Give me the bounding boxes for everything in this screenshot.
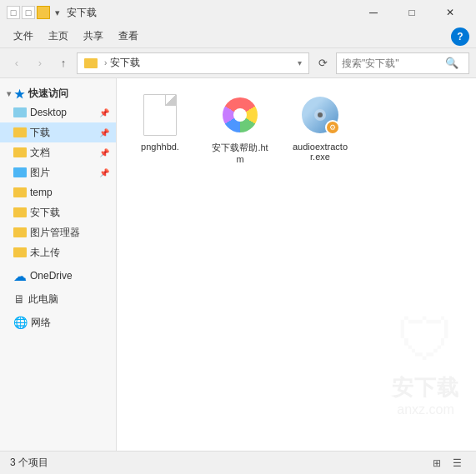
breadcrumb-folder-icon	[84, 58, 98, 68]
refresh-button[interactable]: ⟳	[313, 53, 333, 73]
pin-icon-downloads: 📌	[99, 128, 109, 137]
sidebar-item-temp[interactable]: temp	[0, 182, 116, 202]
colorwheel-inner	[233, 108, 247, 122]
file-icon-htm	[220, 92, 260, 138]
sidebar-item-pictures[interactable]: 图片 📌	[0, 162, 116, 182]
file-label-exe: audioextractor.exe	[290, 142, 350, 162]
view-buttons: ⊞ ☰	[428, 454, 466, 472]
downloads-folder-icon	[13, 127, 27, 137]
temp-folder-icon	[13, 187, 27, 197]
sidebar-item-desktop[interactable]: Desktop 📌	[0, 102, 116, 122]
file-item-htm[interactable]: 安下载帮助.htm	[207, 88, 273, 167]
sidebar-item-onedrive[interactable]: ☁ OneDrive	[0, 266, 116, 286]
maximize-button[interactable]: □	[393, 0, 431, 25]
sidebar-item-temp-label: temp	[30, 187, 53, 198]
sidebar-item-desktop-label: Desktop	[30, 107, 67, 118]
star-icon: ★	[14, 87, 25, 101]
file-label-pnghhbd: pnghhbd.	[141, 142, 179, 152]
menu-share[interactable]: 共享	[77, 26, 110, 47]
sidebar-item-downloads[interactable]: 下载 📌	[0, 122, 116, 142]
quick-access-label: 快速访问	[28, 87, 68, 101]
sidebar-item-anxz[interactable]: 安下载	[0, 202, 116, 222]
documents-folder-icon	[13, 147, 27, 157]
watermark-icon: 🛡	[397, 307, 455, 373]
breadcrumb-current: 安下载	[110, 56, 140, 70]
search-bar: 🔍	[336, 52, 469, 74]
picmgr-folder-icon	[13, 227, 27, 237]
file-item-exe[interactable]: ⚙ audioextractor.exe	[287, 88, 353, 165]
search-input[interactable]	[342, 57, 442, 69]
title-bar-left: □ □ ▾ 安下载	[7, 6, 97, 20]
onedrive-icon: ☁	[13, 268, 27, 284]
exe-icon-wrapper: ⚙	[300, 92, 340, 138]
sidebar-item-this-pc[interactable]: 🖥 此电脑	[0, 289, 116, 309]
main-layout: ▾ ★ 快速访问 Desktop 📌 下载 📌 文档 📌 图片	[0, 78, 476, 451]
window-controls: ─ □ ✕	[354, 0, 469, 25]
sidebar-item-network[interactable]: 🌐 网络	[0, 312, 116, 332]
upload-folder-icon	[13, 247, 27, 257]
sidebar-item-picmgr-label: 图片管理器	[30, 226, 80, 240]
minimize-button[interactable]: ─	[354, 0, 393, 25]
sidebar-item-picmgr[interactable]: 图片管理器	[0, 222, 116, 242]
quick-access-section: ▾ ★ 快速访问 Desktop 📌 下载 📌 文档 📌 图片	[0, 85, 116, 262]
title-bar: □ □ ▾ 安下载 ─ □ ✕	[0, 0, 476, 25]
htm-icon-wrapper	[220, 92, 260, 138]
disc-inner-circle	[314, 109, 326, 121]
pin-icon-desktop: 📌	[99, 108, 109, 117]
list-view-button[interactable]: ☰	[448, 454, 466, 472]
colorwheel-outer	[223, 97, 258, 132]
pin-icon-pictures: 📌	[99, 168, 109, 177]
dropdown-arrow[interactable]: ▾	[52, 7, 63, 18]
forward-button[interactable]: ›	[30, 53, 50, 73]
close-button[interactable]: ✕	[431, 0, 469, 25]
sidebar-item-upload-label: 未上传	[30, 246, 60, 260]
back-button[interactable]: ‹	[7, 53, 27, 73]
up-button[interactable]: ↑	[53, 53, 73, 73]
watermark-title: 安下载	[392, 373, 459, 402]
quick-access-header[interactable]: ▾ ★ 快速访问	[0, 85, 116, 102]
file-icon-exe: ⚙	[300, 92, 340, 138]
window-icon-folder	[37, 6, 50, 19]
network-section: 🌐 网络	[0, 312, 116, 332]
anxz-folder-icon	[13, 207, 27, 217]
watermark-subtext: anxz.com	[397, 402, 453, 417]
help-button[interactable]: ?	[451, 27, 469, 46]
pin-icon-documents: 📌	[99, 148, 109, 157]
menu-file[interactable]: 文件	[7, 26, 40, 47]
status-bar: 3 个项目 ⊞ ☰	[0, 451, 476, 474]
menu-view[interactable]: 查看	[112, 26, 145, 47]
sidebar-item-documents[interactable]: 文档 📌	[0, 142, 116, 162]
sidebar-item-network-label: 网络	[31, 316, 51, 330]
watermark: 🛡 安下载 anxz.com	[392, 307, 459, 417]
pc-icon: 🖥	[13, 292, 25, 306]
breadcrumb[interactable]: › 安下载 ▾	[77, 52, 309, 74]
sidebar-item-this-pc-label: 此电脑	[28, 292, 58, 307]
quick-access-chevron: ▾	[7, 89, 11, 98]
search-icon[interactable]: 🔍	[445, 57, 458, 69]
sidebar-item-upload[interactable]: 未上传	[0, 242, 116, 262]
menu-bar: 文件 主页 共享 查看 ?	[0, 25, 476, 48]
file-content: pnghhbd. 安下载帮助.htm	[117, 78, 476, 451]
sidebar-item-pictures-label: 图片	[30, 166, 50, 180]
window-icon-blank: □	[7, 6, 20, 19]
item-count: 3 个项目	[10, 456, 48, 470]
disc-container: ⚙	[302, 97, 338, 133]
network-icon: 🌐	[13, 316, 28, 329]
disc-hole	[318, 112, 323, 117]
file-label-htm: 安下载帮助.htm	[210, 142, 270, 164]
file-icon-doc	[140, 92, 180, 138]
sidebar-item-documents-label: 文档	[30, 146, 50, 160]
onedrive-section: ☁ OneDrive	[0, 266, 116, 286]
large-icon-view-button[interactable]: ⊞	[428, 454, 446, 472]
window-title: 安下载	[67, 6, 97, 20]
sidebar-item-onedrive-label: OneDrive	[30, 270, 73, 282]
doc-file-shape	[143, 94, 177, 136]
desktop-folder-icon	[13, 107, 27, 117]
sidebar-item-downloads-label: 下载	[30, 126, 50, 140]
nav-bar: ‹ › ↑ › 安下载 ▾ ⟳ 🔍	[0, 48, 476, 78]
this-pc-section: 🖥 此电脑	[0, 289, 116, 309]
pictures-folder-icon	[13, 167, 27, 177]
file-item-pnghhbd[interactable]: pnghhbd.	[127, 88, 193, 155]
menu-home[interactable]: 主页	[42, 26, 75, 47]
window-icons: □ □ ▾	[7, 6, 63, 19]
